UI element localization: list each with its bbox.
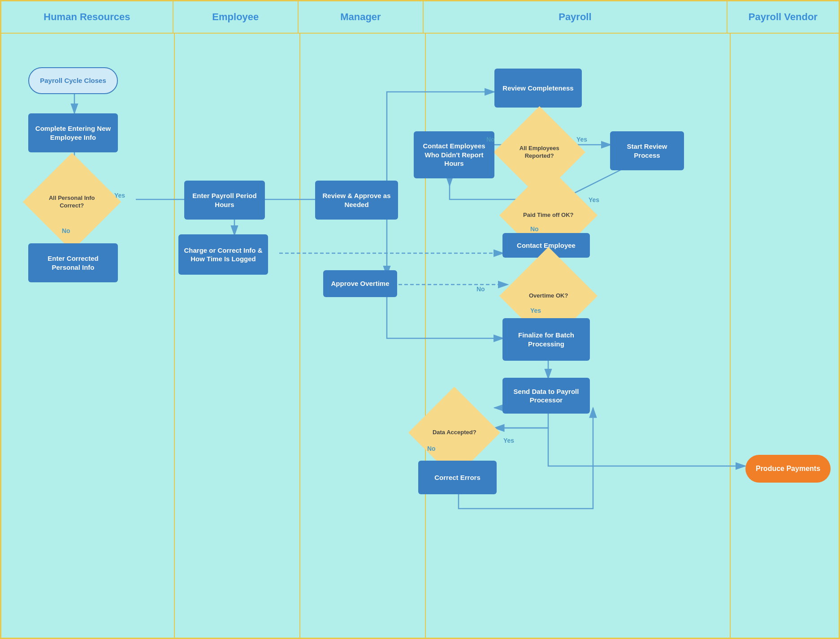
node-review-approve: Review & Approve as Needed: [315, 181, 398, 220]
lane-header-pay: Payroll: [424, 1, 727, 33]
lane-divider-1: [174, 34, 175, 639]
node-start-review: Start Review Process: [610, 131, 684, 170]
node-complete-entering: Complete Entering New Employee Info: [28, 113, 118, 152]
label-yes-data: Yes: [503, 437, 514, 444]
node-correct-errors: Correct Errors: [418, 461, 497, 494]
label-yes-paid-time: Yes: [589, 196, 599, 203]
label-no-all-emp: No: [486, 136, 495, 143]
diagram-container: Human Resources Employee Manager Payroll…: [0, 0, 840, 639]
node-enter-payroll-hours: Enter Payroll Period Hours: [184, 181, 265, 220]
lanes-header: Human Resources Employee Manager Payroll…: [1, 1, 839, 34]
label-yes-personal-info: Yes: [114, 192, 125, 199]
label-no-data: No: [427, 445, 436, 452]
node-send-data: Send Data to Payroll Processor: [502, 378, 590, 414]
connectors-svg: [1, 34, 839, 639]
lane-divider-2: [299, 34, 300, 639]
lane-header-mgr: Manager: [299, 1, 424, 33]
node-finalize-batch: Finalize for Batch Processing: [502, 318, 590, 361]
node-approve-overtime: Approve Overtime: [323, 270, 397, 297]
node-contact-employees: Contact Employees Who Didn't Report Hour…: [414, 131, 494, 178]
node-produce-payments: Produce Payments: [745, 455, 831, 483]
lane-header-vendor: Payroll Vendor: [727, 1, 839, 33]
label-no-paid-time: No: [530, 225, 539, 233]
node-review-completeness: Review Completeness: [494, 69, 582, 108]
lane-divider-4: [730, 34, 731, 639]
label-yes-all-emp: Yes: [576, 136, 587, 143]
lanes-body: Payroll Cycle Closes Complete Entering N…: [1, 34, 839, 639]
lane-header-hr: Human Resources: [1, 1, 173, 33]
label-no-overtime: No: [476, 285, 485, 293]
node-payroll-cycle-closes: Payroll Cycle Closes: [28, 67, 118, 94]
lane-divider-3: [425, 34, 426, 639]
lane-header-emp: Employee: [173, 1, 299, 33]
label-no-personal-info: No: [62, 227, 70, 234]
node-enter-corrected: Enter Corrected Personal Info: [28, 243, 118, 282]
node-charge-correct: Charge or Correct Info & How Time Is Log…: [178, 234, 268, 275]
node-all-personal-info: All Personal Info Correct?: [23, 153, 121, 251]
label-yes-overtime: Yes: [530, 307, 541, 314]
